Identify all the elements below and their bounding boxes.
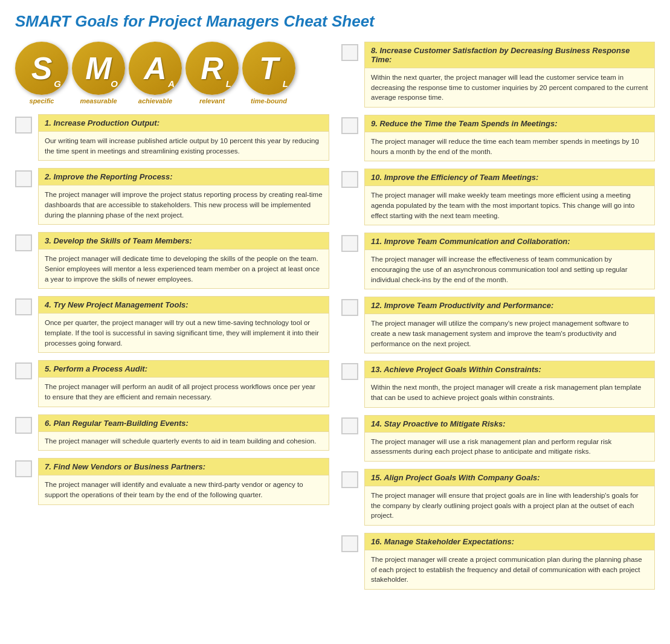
list-item: 2. Improve the Reporting Process: The pr… — [15, 168, 329, 225]
goal-card-5: 5. Perform a Process Audit: The project … — [38, 360, 329, 407]
smart-logo-row: S G specific M O measurable A A achievab… — [15, 42, 329, 105]
checkbox-9[interactable] — [341, 117, 358, 134]
list-item: 3. Develop the Skills of Team Members: T… — [15, 232, 329, 289]
goal-title-2: 2. Improve the Reporting Process: — [39, 169, 329, 185]
goal-title-3: 3. Develop the Skills of Team Members: — [39, 233, 329, 250]
goal-title-9: 9. Reduce the Time the Team Spends in Me… — [365, 115, 654, 132]
goal-body-10: The project manager will make weekly tea… — [365, 186, 654, 225]
list-item: 5. Perform a Process Audit: The project … — [15, 360, 329, 407]
smart-letter-t: T L time-bound — [242, 42, 295, 105]
goal-card-7: 7. Find New Vendors or Business Partners… — [38, 458, 329, 504]
goal-title-11: 11. Improve Team Communication and Colla… — [365, 233, 654, 250]
checkbox-16[interactable] — [341, 535, 358, 552]
goal-card-9: 9. Reduce the Time the Team Spends in Me… — [364, 115, 655, 161]
goal-title-14: 14. Stay Proactive to Mitigate Risks: — [365, 416, 654, 433]
goal-card-10: 10. Improve the Efficiency of Team Meeti… — [364, 169, 655, 225]
checkbox-15[interactable] — [341, 471, 358, 488]
goal-body-15: The project manager will ensure that pro… — [365, 486, 654, 525]
goal-card-1: 1. Increase Production Output: Our writi… — [38, 114, 329, 161]
smart-letter-r: R L relevant — [185, 42, 239, 105]
list-item: 11. Improve Team Communication and Colla… — [341, 233, 655, 289]
checkbox-10[interactable] — [341, 171, 358, 188]
goal-card-11: 11. Improve Team Communication and Colla… — [364, 233, 655, 289]
list-item: 16. Manage Stakeholder Expectations: The… — [341, 533, 655, 590]
list-item: 6. Plan Regular Team-Building Events: Th… — [15, 414, 329, 451]
goal-title-7: 7. Find New Vendors or Business Partners… — [39, 459, 329, 475]
goal-body-1: Our writing team will increase published… — [39, 132, 329, 160]
list-item: 12. Improve Team Productivity and Perfor… — [341, 297, 655, 353]
checkbox-5[interactable] — [15, 362, 32, 379]
goal-title-16: 16. Manage Stakeholder Expectations: — [365, 533, 654, 550]
list-item: 7. Find New Vendors or Business Partners… — [15, 458, 329, 504]
goal-card-4: 4. Try New Project Management Tools: Onc… — [38, 296, 329, 353]
list-item: 8. Increase Customer Satisfaction by Dec… — [341, 42, 655, 108]
list-item: 10. Improve the Efficiency of Team Meeti… — [341, 169, 655, 225]
goal-card-2: 2. Improve the Reporting Process: The pr… — [38, 168, 329, 225]
goal-title-12: 12. Improve Team Productivity and Perfor… — [365, 297, 654, 314]
goal-card-16: 16. Manage Stakeholder Expectations: The… — [364, 533, 655, 590]
goal-body-3: The project manager will dedicate time t… — [39, 250, 329, 288]
goal-card-15: 15. Align Project Goals With Company Goa… — [364, 469, 655, 526]
goal-body-7: The project manager will identify and ev… — [39, 475, 329, 504]
goal-body-16: The project manager will create a projec… — [365, 550, 654, 589]
goal-title-15: 15. Align Project Goals With Company Goa… — [365, 469, 654, 486]
goal-title-13: 13. Achieve Project Goals Within Constra… — [365, 361, 654, 378]
goal-card-12: 12. Improve Team Productivity and Perfor… — [364, 297, 655, 353]
checkbox-7[interactable] — [15, 460, 32, 477]
list-item: 13. Achieve Project Goals Within Constra… — [341, 361, 655, 407]
goal-body-4: Once per quarter, the project manager wi… — [39, 314, 329, 352]
right-goals-column: 8. Increase Customer Satisfaction by Dec… — [341, 42, 655, 590]
checkbox-8[interactable] — [341, 44, 358, 61]
checkbox-1[interactable] — [15, 117, 32, 134]
goal-body-8: Within the next quarter, the project man… — [365, 68, 654, 107]
checkbox-6[interactable] — [15, 417, 32, 434]
smart-letter-a: A A achievable — [129, 42, 182, 105]
goal-title-1: 1. Increase Production Output: — [39, 115, 329, 132]
goal-body-13: Within the next month, the project manag… — [365, 378, 654, 407]
smart-letter-m: M O measurable — [72, 42, 125, 105]
checkbox-2[interactable] — [15, 170, 32, 187]
goal-body-6: The project manager will schedule quarte… — [39, 432, 329, 451]
goal-card-14: 14. Stay Proactive to Mitigate Risks: Th… — [364, 415, 655, 462]
goal-body-12: The project manager will utilize the com… — [365, 314, 654, 353]
checkbox-11[interactable] — [341, 235, 358, 252]
goal-card-8: 8. Increase Customer Satisfaction by Dec… — [364, 42, 655, 108]
page-title: SMART Goals for Project Managers Cheat S… — [15, 12, 655, 31]
checkbox-3[interactable] — [15, 234, 32, 251]
checkbox-13[interactable] — [341, 363, 358, 380]
goal-card-3: 3. Develop the Skills of Team Members: T… — [38, 232, 329, 289]
list-item: 4. Try New Project Management Tools: Onc… — [15, 296, 329, 353]
list-item: 1. Increase Production Output: Our writi… — [15, 114, 329, 161]
goal-body-9: The project manager will reduce the time… — [365, 132, 654, 161]
list-item: 15. Align Project Goals With Company Goa… — [341, 469, 655, 526]
goal-title-8: 8. Increase Customer Satisfaction by Dec… — [365, 42, 654, 68]
goal-card-13: 13. Achieve Project Goals Within Constra… — [364, 361, 655, 407]
checkbox-12[interactable] — [341, 299, 358, 316]
goal-body-2: The project manager will improve the pro… — [39, 185, 329, 224]
list-item: 9. Reduce the Time the Team Spends in Me… — [341, 115, 655, 161]
goal-title-4: 4. Try New Project Management Tools: — [39, 297, 329, 314]
left-goals-column: 1. Increase Production Output: Our writi… — [15, 114, 329, 505]
goal-body-11: The project manager will increase the ef… — [365, 250, 654, 289]
goal-body-5: The project manager will perform an audi… — [39, 378, 329, 406]
goal-title-5: 5. Perform a Process Audit: — [39, 361, 329, 378]
goal-title-10: 10. Improve the Efficiency of Team Meeti… — [365, 169, 654, 186]
checkbox-14[interactable] — [341, 417, 358, 434]
goal-body-14: The project manager will use a risk mana… — [365, 433, 654, 461]
goal-title-6: 6. Plan Regular Team-Building Events: — [39, 415, 329, 432]
goal-card-6: 6. Plan Regular Team-Building Events: Th… — [38, 414, 329, 451]
checkbox-4[interactable] — [15, 298, 32, 315]
smart-letter-s: S G specific — [15, 42, 68, 105]
list-item: 14. Stay Proactive to Mitigate Risks: Th… — [341, 415, 655, 462]
